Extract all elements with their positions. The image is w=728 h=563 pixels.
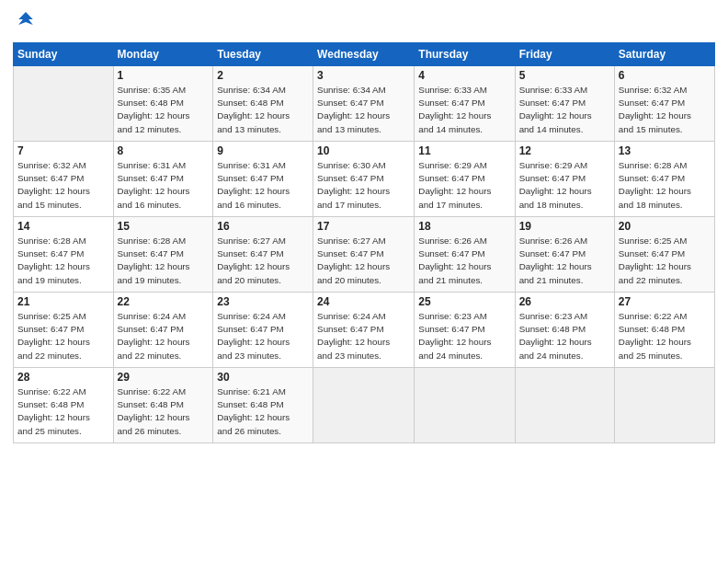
- calendar-cell: 13Sunrise: 6:28 AM Sunset: 6:47 PM Dayli…: [614, 142, 714, 217]
- day-info: Sunrise: 6:33 AM Sunset: 6:47 PM Dayligh…: [418, 84, 510, 136]
- weekday-header: Monday: [113, 43, 213, 66]
- day-info: Sunrise: 6:34 AM Sunset: 6:47 PM Dayligh…: [317, 84, 410, 136]
- calendar-week-row: 14Sunrise: 6:28 AM Sunset: 6:47 PM Dayli…: [14, 217, 715, 293]
- weekday-header: Friday: [515, 43, 614, 66]
- weekday-header: Saturday: [614, 43, 714, 66]
- day-info: Sunrise: 6:22 AM Sunset: 6:48 PM Dayligh…: [619, 310, 711, 362]
- day-number: 18: [418, 220, 510, 233]
- day-info: Sunrise: 6:31 AM Sunset: 6:47 PM Dayligh…: [118, 159, 210, 212]
- day-info: Sunrise: 6:24 AM Sunset: 6:47 PM Dayligh…: [118, 310, 210, 362]
- calendar-week-row: 7Sunrise: 6:32 AM Sunset: 6:47 PM Daylig…: [14, 142, 715, 217]
- svg-marker-0: [18, 12, 33, 25]
- day-number: 16: [217, 220, 309, 233]
- weekday-header: Sunday: [14, 43, 114, 66]
- calendar-week-row: 1Sunrise: 6:35 AM Sunset: 6:48 PM Daylig…: [14, 66, 715, 142]
- day-number: 13: [619, 144, 711, 157]
- day-number: 28: [17, 371, 109, 384]
- day-info: Sunrise: 6:24 AM Sunset: 6:47 PM Dayligh…: [317, 310, 410, 362]
- calendar-cell: 2Sunrise: 6:34 AM Sunset: 6:48 PM Daylig…: [213, 66, 313, 142]
- calendar-cell: [515, 368, 614, 443]
- logo-icon: [13, 9, 39, 35]
- day-info: Sunrise: 6:22 AM Sunset: 6:48 PM Dayligh…: [118, 385, 210, 438]
- calendar-cell: 9Sunrise: 6:31 AM Sunset: 6:47 PM Daylig…: [213, 142, 313, 217]
- day-number: 19: [519, 220, 610, 233]
- calendar-cell: 8Sunrise: 6:31 AM Sunset: 6:47 PM Daylig…: [113, 142, 213, 217]
- calendar-week-row: 28Sunrise: 6:22 AM Sunset: 6:48 PM Dayli…: [14, 368, 715, 443]
- day-info: Sunrise: 6:33 AM Sunset: 6:47 PM Dayligh…: [519, 84, 610, 136]
- day-number: 29: [118, 371, 210, 384]
- logo: [13, 9, 42, 35]
- day-info: Sunrise: 6:23 AM Sunset: 6:47 PM Dayligh…: [418, 310, 510, 362]
- calendar-cell: 5Sunrise: 6:33 AM Sunset: 6:47 PM Daylig…: [515, 66, 614, 142]
- day-info: Sunrise: 6:26 AM Sunset: 6:47 PM Dayligh…: [418, 235, 510, 287]
- day-info: Sunrise: 6:24 AM Sunset: 6:47 PM Dayligh…: [217, 310, 309, 362]
- weekday-header: Thursday: [415, 43, 515, 66]
- day-number: 30: [217, 371, 309, 384]
- day-info: Sunrise: 6:23 AM Sunset: 6:48 PM Dayligh…: [519, 310, 610, 362]
- calendar-cell: [14, 66, 114, 142]
- day-number: 6: [619, 69, 711, 82]
- day-number: 1: [118, 69, 210, 82]
- day-number: 3: [317, 69, 410, 82]
- calendar-cell: 30Sunrise: 6:21 AM Sunset: 6:48 PM Dayli…: [213, 368, 313, 443]
- day-info: Sunrise: 6:27 AM Sunset: 6:47 PM Dayligh…: [217, 235, 309, 287]
- day-number: 12: [519, 144, 610, 157]
- calendar-cell: 3Sunrise: 6:34 AM Sunset: 6:47 PM Daylig…: [313, 66, 415, 142]
- day-number: 14: [17, 220, 109, 233]
- weekday-header: Tuesday: [213, 43, 313, 66]
- calendar-cell: [313, 368, 415, 443]
- calendar-cell: 15Sunrise: 6:28 AM Sunset: 6:47 PM Dayli…: [113, 217, 213, 293]
- day-number: 17: [317, 220, 410, 233]
- calendar-cell: 11Sunrise: 6:29 AM Sunset: 6:47 PM Dayli…: [415, 142, 515, 217]
- day-info: Sunrise: 6:29 AM Sunset: 6:47 PM Dayligh…: [418, 159, 510, 212]
- day-info: Sunrise: 6:22 AM Sunset: 6:48 PM Dayligh…: [17, 385, 109, 438]
- weekday-header: Wednesday: [313, 43, 415, 66]
- day-info: Sunrise: 6:35 AM Sunset: 6:48 PM Dayligh…: [118, 84, 210, 136]
- day-number: 20: [619, 220, 711, 233]
- day-number: 10: [317, 144, 410, 157]
- calendar-cell: 27Sunrise: 6:22 AM Sunset: 6:48 PM Dayli…: [614, 293, 714, 368]
- day-info: Sunrise: 6:28 AM Sunset: 6:47 PM Dayligh…: [118, 235, 210, 287]
- day-info: Sunrise: 6:34 AM Sunset: 6:48 PM Dayligh…: [217, 84, 309, 136]
- day-number: 23: [217, 295, 309, 308]
- day-info: Sunrise: 6:25 AM Sunset: 6:47 PM Dayligh…: [17, 310, 109, 362]
- calendar-cell: 1Sunrise: 6:35 AM Sunset: 6:48 PM Daylig…: [113, 66, 213, 142]
- day-info: Sunrise: 6:32 AM Sunset: 6:47 PM Dayligh…: [619, 84, 711, 136]
- day-info: Sunrise: 6:32 AM Sunset: 6:47 PM Dayligh…: [17, 159, 109, 212]
- calendar-cell: 14Sunrise: 6:28 AM Sunset: 6:47 PM Dayli…: [14, 217, 114, 293]
- day-number: 8: [118, 144, 210, 157]
- calendar-cell: 25Sunrise: 6:23 AM Sunset: 6:47 PM Dayli…: [415, 293, 515, 368]
- page-header: [13, 9, 715, 35]
- day-number: 26: [519, 295, 610, 308]
- calendar-cell: 21Sunrise: 6:25 AM Sunset: 6:47 PM Dayli…: [14, 293, 114, 368]
- calendar-cell: 4Sunrise: 6:33 AM Sunset: 6:47 PM Daylig…: [415, 66, 515, 142]
- day-number: 15: [118, 220, 210, 233]
- calendar-cell: 26Sunrise: 6:23 AM Sunset: 6:48 PM Dayli…: [515, 293, 614, 368]
- day-info: Sunrise: 6:25 AM Sunset: 6:47 PM Dayligh…: [619, 235, 711, 287]
- calendar-cell: 28Sunrise: 6:22 AM Sunset: 6:48 PM Dayli…: [14, 368, 114, 443]
- calendar-cell: 22Sunrise: 6:24 AM Sunset: 6:47 PM Dayli…: [113, 293, 213, 368]
- calendar-cell: 12Sunrise: 6:29 AM Sunset: 6:47 PM Dayli…: [515, 142, 614, 217]
- day-info: Sunrise: 6:31 AM Sunset: 6:47 PM Dayligh…: [217, 159, 309, 212]
- day-number: 9: [217, 144, 309, 157]
- day-number: 27: [619, 295, 711, 308]
- day-info: Sunrise: 6:29 AM Sunset: 6:47 PM Dayligh…: [519, 159, 610, 212]
- day-number: 4: [418, 69, 510, 82]
- calendar-week-row: 21Sunrise: 6:25 AM Sunset: 6:47 PM Dayli…: [14, 293, 715, 368]
- day-info: Sunrise: 6:27 AM Sunset: 6:47 PM Dayligh…: [317, 235, 410, 287]
- day-info: Sunrise: 6:30 AM Sunset: 6:47 PM Dayligh…: [317, 159, 410, 212]
- calendar-cell: 19Sunrise: 6:26 AM Sunset: 6:47 PM Dayli…: [515, 217, 614, 293]
- day-info: Sunrise: 6:26 AM Sunset: 6:47 PM Dayligh…: [519, 235, 610, 287]
- day-info: Sunrise: 6:21 AM Sunset: 6:48 PM Dayligh…: [217, 385, 309, 438]
- calendar-cell: 23Sunrise: 6:24 AM Sunset: 6:47 PM Dayli…: [213, 293, 313, 368]
- calendar-cell: 6Sunrise: 6:32 AM Sunset: 6:47 PM Daylig…: [614, 66, 714, 142]
- calendar-cell: 16Sunrise: 6:27 AM Sunset: 6:47 PM Dayli…: [213, 217, 313, 293]
- calendar-header: SundayMondayTuesdayWednesdayThursdayFrid…: [14, 43, 715, 66]
- day-number: 11: [418, 144, 510, 157]
- calendar-cell: 17Sunrise: 6:27 AM Sunset: 6:47 PM Dayli…: [313, 217, 415, 293]
- day-number: 5: [519, 69, 610, 82]
- day-number: 24: [317, 295, 410, 308]
- calendar-cell: 20Sunrise: 6:25 AM Sunset: 6:47 PM Dayli…: [614, 217, 714, 293]
- calendar-cell: 10Sunrise: 6:30 AM Sunset: 6:47 PM Dayli…: [313, 142, 415, 217]
- day-number: 22: [118, 295, 210, 308]
